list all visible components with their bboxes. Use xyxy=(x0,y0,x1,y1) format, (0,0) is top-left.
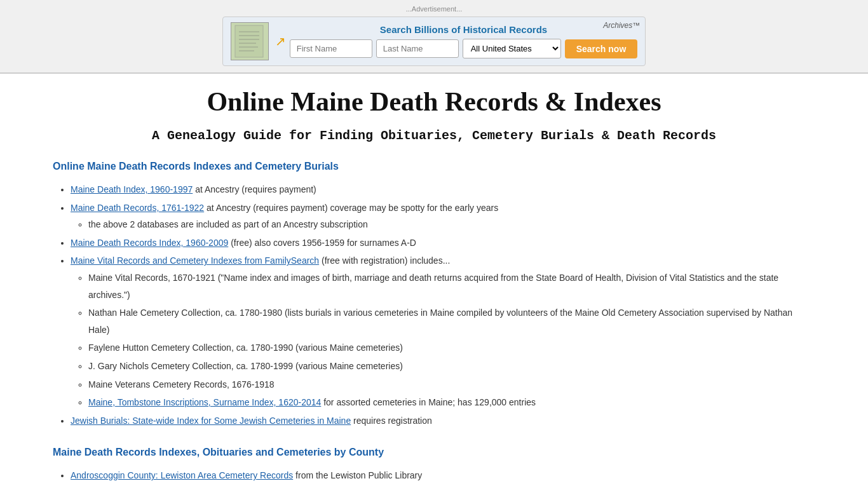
ad-form: All United States Search now xyxy=(290,39,638,58)
list-item-text: at Ancestry (requires payment) coverage … xyxy=(204,203,498,213)
list-item-text: requires registration xyxy=(351,416,432,426)
androscoggin-link[interactable]: Androscoggin County: Lewiston Area Cemet… xyxy=(71,470,293,480)
list-item-text: for assorted cemeteries in Maine; has 12… xyxy=(321,397,536,407)
ad-label: ...Advertisement... xyxy=(0,5,868,13)
list-item: Maine Vital Records and Cemetery Indexes… xyxy=(71,252,815,410)
list-item: Nathan Hale Cemetery Collection, ca. 178… xyxy=(88,304,815,338)
list-item-text: at Ancestry (requires payment) xyxy=(193,184,316,194)
list-item: Maine Vital Records, 1670-1921 ("Name in… xyxy=(88,269,815,303)
list-item: Maine, Tombstone Inscriptions, Surname I… xyxy=(88,394,815,411)
section2-list: Androscoggin County: Lewiston Area Cemet… xyxy=(53,467,815,488)
first-name-input[interactable] xyxy=(290,39,372,58)
section-county-records: Maine Death Records Indexes, Obituaries … xyxy=(53,447,815,488)
last-name-input[interactable] xyxy=(376,39,459,58)
page-subtitle: A Genealogy Guide for Finding Obituaries… xyxy=(53,128,815,143)
section-online-records: Online Maine Death Records Indexes and C… xyxy=(53,161,815,429)
list-item-text: (free with registration) includes... xyxy=(319,255,450,266)
section2-heading: Maine Death Records Indexes, Obituaries … xyxy=(53,447,815,458)
maine-death-index-1960-link[interactable]: Maine Death Records Index, 1960-2009 xyxy=(71,238,228,248)
svg-rect-0 xyxy=(235,25,263,57)
ad-title: Search Billions of Historical Records xyxy=(290,24,638,35)
maine-vital-records-link[interactable]: Maine Vital Records and Cemetery Indexes… xyxy=(71,255,319,266)
list-item: Maine Death Records Index, 1960-2009 (fr… xyxy=(71,234,815,252)
list-item: Faylene Hutton Cemetery Collection, ca. … xyxy=(88,339,815,356)
list-item: Jewish Burials: State-wide Index for Som… xyxy=(71,412,815,430)
maine-death-index-link[interactable]: Maine Death Index, 1960-1997 xyxy=(71,184,193,194)
jewish-burials-link[interactable]: Jewish Burials: State-wide Index for Som… xyxy=(71,416,351,426)
list-item: Maine Death Records, 1761-1922 at Ancest… xyxy=(71,200,815,233)
maine-death-records-1761-link[interactable]: Maine Death Records, 1761-1922 xyxy=(71,203,204,213)
list-item: Maine Veterans Cemetery Records, 1676-19… xyxy=(88,376,815,393)
list-item: Maine Death Index, 1960-1997 at Ancestry… xyxy=(71,181,815,198)
advertisement-banner: ...Advertisement... Archives™ ↗ Search B… xyxy=(0,0,868,73)
sub-list: the above 2 databases are included as pa… xyxy=(71,216,815,233)
list-item: Aroostook County... Aroostook County: Ca… xyxy=(71,485,815,488)
ad-inner: Archives™ ↗ Search Billions of Historica… xyxy=(222,17,646,66)
archives-logo: Archives™ xyxy=(603,21,640,30)
tombstone-index-link[interactable]: Maine, Tombstone Inscriptions, Surname I… xyxy=(88,397,321,407)
search-now-button[interactable]: Search now xyxy=(565,39,638,58)
list-item: the above 2 databases are included as pa… xyxy=(88,216,815,233)
familysearch-sub-list: Maine Vital Records, 1670-1921 ("Name in… xyxy=(71,269,815,411)
section1-heading: Online Maine Death Records Indexes and C… xyxy=(53,161,815,172)
page-title: Online Maine Death Records & Indexes xyxy=(53,86,815,117)
section1-list: Maine Death Index, 1960-1997 at Ancestry… xyxy=(53,181,815,429)
list-item-text: from the Lewiston Public Library xyxy=(293,470,422,480)
list-item: J. Gary Nichols Cemetery Collection, ca.… xyxy=(88,358,815,375)
location-select[interactable]: All United States xyxy=(463,39,561,58)
main-content: Online Maine Death Records & Indexes A G… xyxy=(21,74,847,488)
ad-document-image xyxy=(231,22,269,60)
list-item-text: (free) also covers 1956-1959 for surname… xyxy=(228,238,416,248)
ad-content: Search Billions of Historical Records Al… xyxy=(290,24,638,58)
ad-arrow-icon: ↗ xyxy=(275,34,286,49)
list-item: Androscoggin County: Lewiston Area Cemet… xyxy=(71,467,815,484)
